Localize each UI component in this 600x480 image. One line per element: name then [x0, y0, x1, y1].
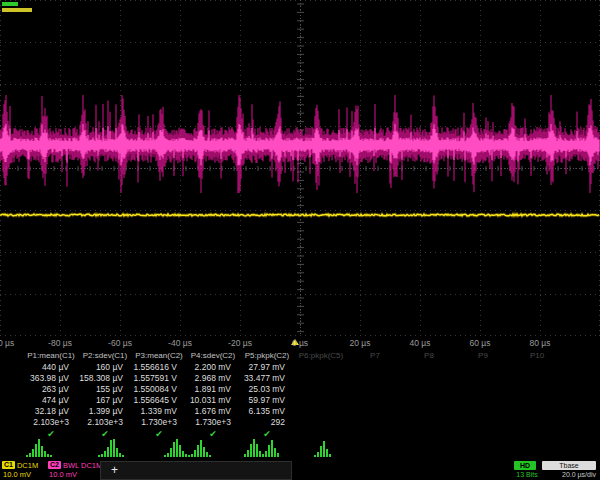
measurement-cell — [402, 373, 456, 384]
c2-coupling: BWL DC1M — [63, 461, 102, 470]
measurement-cell: 158.308 µV — [78, 373, 132, 384]
measurement-cell: 25.03 mV — [240, 384, 294, 395]
measurement-cell: 1.339 mV — [132, 406, 186, 417]
measurement-cell — [348, 417, 402, 428]
measurement-cell: 6.135 mV — [240, 406, 294, 417]
c1-coupling: DC1M — [17, 461, 38, 470]
measurement-cell — [402, 362, 456, 373]
measurement-cell — [456, 373, 510, 384]
timebase-button[interactable]: Tbase — [542, 461, 596, 470]
measurement-cell — [348, 373, 402, 384]
measurement-cell: 1.891 mV — [186, 384, 240, 395]
timebase-axis: -100 µs-80 µs-60 µs-40 µs-20 µs0 µs20 µs… — [0, 336, 600, 350]
measurement-cell — [294, 417, 348, 428]
measurement-cell — [294, 362, 348, 373]
measurement-cell — [456, 406, 510, 417]
measurement-cell — [456, 417, 510, 428]
cursor-readout-box[interactable]: + — [100, 461, 292, 480]
param-header-p3[interactable]: P3:mean(C2) — [132, 350, 186, 362]
time-tick-label: 80 µs — [530, 338, 551, 348]
measurement-cell: 1.730e+3 — [132, 417, 186, 428]
hd-mode-badge[interactable]: HD — [514, 461, 536, 470]
time-tick-label: 40 µs — [410, 338, 431, 348]
oscilloscope-screen: -100 µs-80 µs-60 µs-40 µs-20 µs0 µs20 µs… — [0, 0, 600, 480]
measurement-cell: 2.200 mV — [186, 362, 240, 373]
measurement-cell — [294, 373, 348, 384]
measurement-cell: 292 — [240, 417, 294, 428]
measurement-cell: 1.730e+3 — [186, 417, 240, 428]
measurement-cell — [294, 384, 348, 395]
measurement-cell: 2.103e+3 — [24, 417, 78, 428]
measurement-cell — [510, 362, 564, 373]
measurement-cell — [510, 406, 564, 417]
measurement-cell — [348, 384, 402, 395]
param-header-p9[interactable]: P9 — [456, 350, 510, 362]
hd-bits-label: 13 Bits — [512, 471, 542, 478]
measurement-row: 474 µV167 µV1.556645 V10.031 mV59.97 mV — [0, 395, 600, 406]
measurement-cell — [348, 362, 402, 373]
measurement-cell: 363.98 µV — [24, 373, 78, 384]
param-header-p6[interactable]: P6:pkpk(C5) — [294, 350, 348, 362]
waveform-display-area[interactable] — [0, 0, 600, 336]
time-tick-label: -100 µs — [0, 338, 14, 348]
measurement-cell — [402, 395, 456, 406]
measurement-cell: 27.97 mV — [240, 362, 294, 373]
measurement-row: 440 µV160 µV1.556616 V2.200 mV27.97 mV — [0, 362, 600, 373]
measurement-cell: 2.103e+3 — [78, 417, 132, 428]
channel-c1-descriptor[interactable]: C1 DC1M 10.0 mV — [0, 460, 44, 480]
measurement-cell: 263 µV — [24, 384, 78, 395]
time-tick-label: -60 µs — [108, 338, 132, 348]
measurement-cell: 167 µV — [78, 395, 132, 406]
c1-scale: 10.0 mV — [0, 470, 44, 479]
param-header-p5[interactable]: P5:pkpk(C2) — [240, 350, 294, 362]
measurement-cell: 1.676 mV — [186, 406, 240, 417]
measurement-cell: 10.031 mV — [186, 395, 240, 406]
measurement-cell — [348, 395, 402, 406]
measurement-cell — [510, 395, 564, 406]
measurement-cell: 1.557591 V — [132, 373, 186, 384]
measurement-cell — [456, 395, 510, 406]
measurement-row: 363.98 µV158.308 µV1.557591 V2.968 mV33.… — [0, 373, 600, 384]
measurement-cell: 32.18 µV — [24, 406, 78, 417]
time-tick-label: -20 µs — [228, 338, 252, 348]
measurement-cell: 1.556616 V — [132, 362, 186, 373]
measurement-row: 263 µV155 µV1.550084 V1.891 mV25.03 mV — [0, 384, 600, 395]
measurement-table: P1:mean(C1)P2:sdev(C1)P3:mean(C2)P4:sdev… — [0, 350, 600, 440]
measurement-cell — [510, 417, 564, 428]
c2-tag: C2 — [48, 461, 61, 469]
time-tick-label: 0 µs — [292, 338, 308, 348]
measurement-row: 2.103e+32.103e+31.730e+31.730e+3292 — [0, 417, 600, 428]
measurement-cell — [294, 395, 348, 406]
time-tick-label: -80 µs — [48, 338, 72, 348]
time-tick-label: -40 µs — [168, 338, 192, 348]
timebase-value: 20.0 µs/div — [540, 471, 596, 478]
measurement-cell — [402, 417, 456, 428]
measurement-cell: 160 µV — [78, 362, 132, 373]
measurement-cell: 155 µV — [78, 384, 132, 395]
time-tick-label: 20 µs — [350, 338, 371, 348]
measurement-cell — [348, 406, 402, 417]
measurement-cell — [402, 406, 456, 417]
measurement-cell: 1.556645 V — [132, 395, 186, 406]
cursor-plus-icon[interactable]: + — [111, 463, 118, 477]
measurement-cell — [294, 406, 348, 417]
param-header-p2[interactable]: P2:sdev(C1) — [78, 350, 132, 362]
param-header-p7[interactable]: P7 — [348, 350, 402, 362]
param-header-p1[interactable]: P1:mean(C1) — [24, 350, 78, 362]
measurement-cell — [456, 384, 510, 395]
param-header-p8[interactable]: P8 — [402, 350, 456, 362]
measurement-cell — [402, 384, 456, 395]
time-tick-label: 60 µs — [470, 338, 491, 348]
measurement-cell: 474 µV — [24, 395, 78, 406]
measurement-cell: 1.399 µV — [78, 406, 132, 417]
measurement-cell — [510, 384, 564, 395]
c1-tag: C1 — [2, 461, 15, 469]
measurement-cell: 33.477 mV — [240, 373, 294, 384]
measurement-cell: 59.97 mV — [240, 395, 294, 406]
measurement-cell — [510, 373, 564, 384]
label-indicator — [2, 8, 32, 12]
acquisition-indicator — [2, 2, 18, 6]
measurement-row: 32.18 µV1.399 µV1.339 mV1.676 mV6.135 mV — [0, 406, 600, 417]
param-header-p4[interactable]: P4:sdev(C2) — [186, 350, 240, 362]
param-header-p10[interactable]: P10 — [510, 350, 564, 362]
